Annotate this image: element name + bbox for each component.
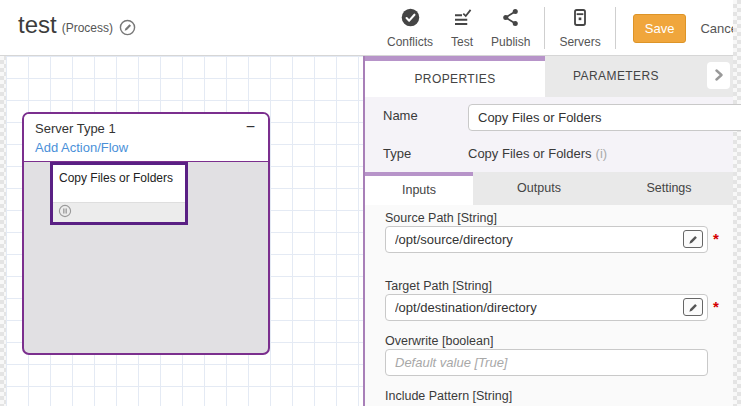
overwrite-label: Overwrite [boolean] — [385, 334, 493, 348]
toolbar-separator — [615, 7, 616, 49]
publish-button[interactable]: Publish — [482, 5, 539, 51]
copy-files-node-label: Copy Files or Folders — [53, 165, 185, 185]
test-checklist-icon — [451, 7, 473, 32]
process-type-suffix: (Process) — [62, 21, 113, 37]
conflicts-icon — [400, 7, 421, 32]
copy-files-node-footer — [53, 202, 185, 222]
source-path-label: Source Path [String] — [385, 211, 497, 225]
name-label: Name — [383, 108, 418, 123]
publish-label: Publish — [491, 35, 530, 49]
save-button[interactable]: Save — [633, 14, 687, 43]
server-type-group-header: Server Type 1 − Add Action/Flow — [24, 114, 268, 162]
subtab-settings[interactable]: Settings — [605, 172, 733, 205]
conflicts-label: Conflicts — [387, 35, 433, 49]
toolbar-separator — [544, 7, 545, 49]
publish-share-icon — [501, 7, 520, 32]
process-title-group: test (Process) — [18, 13, 136, 37]
source-path-required-marker: * — [713, 230, 719, 247]
type-value-text: Copy Files or Folders — [468, 146, 592, 161]
process-title: test — [18, 13, 57, 37]
window-right-gutter[interactable] — [733, 0, 741, 406]
chevron-right-icon — [714, 67, 724, 85]
type-label: Type — [383, 146, 411, 161]
name-input[interactable] — [468, 104, 741, 131]
target-path-required-marker: * — [713, 298, 719, 315]
type-value: Copy Files or Folders(i) — [468, 146, 607, 161]
toolbar: Conflicts Test Publish Servers Save Canc… — [378, 5, 741, 51]
type-info-icon[interactable]: (i) — [596, 146, 608, 161]
collapse-group-button[interactable]: − — [244, 121, 257, 133]
subtab-inputs[interactable]: Inputs — [365, 172, 473, 205]
servers-button[interactable]: Servers — [550, 5, 609, 51]
pause-state-icon — [58, 204, 72, 222]
source-path-input[interactable] — [385, 226, 708, 253]
tab-properties[interactable]: PROPERTIES — [365, 61, 545, 97]
overwrite-input[interactable] — [385, 349, 708, 376]
source-path-expression-button[interactable] — [683, 230, 703, 248]
server-type-group-title: Server Type 1 — [35, 121, 116, 136]
include-pattern-label: Include Pattern [String] — [385, 389, 512, 403]
test-label: Test — [451, 35, 473, 49]
target-path-input[interactable] — [385, 294, 708, 321]
target-path-expression-button[interactable] — [683, 298, 703, 316]
top-bar: test (Process) Conflicts Test Publish — [0, 0, 734, 56]
servers-icon — [570, 7, 590, 32]
subtab-outputs[interactable]: Outputs — [473, 172, 605, 205]
copy-files-node[interactable]: Copy Files or Folders — [50, 162, 188, 225]
add-action-flow-link[interactable]: Add Action/Flow — [35, 140, 257, 155]
target-path-label: Target Path [String] — [385, 279, 492, 293]
servers-label: Servers — [559, 35, 600, 49]
panel-expand-button[interactable] — [707, 62, 730, 89]
conflicts-button[interactable]: Conflicts — [378, 5, 442, 51]
server-type-group[interactable]: Server Type 1 − Add Action/Flow — [22, 112, 270, 355]
edit-title-icon[interactable] — [119, 19, 136, 37]
tab-parameters[interactable]: PARAMETERS — [545, 56, 733, 97]
test-button[interactable]: Test — [442, 5, 482, 51]
